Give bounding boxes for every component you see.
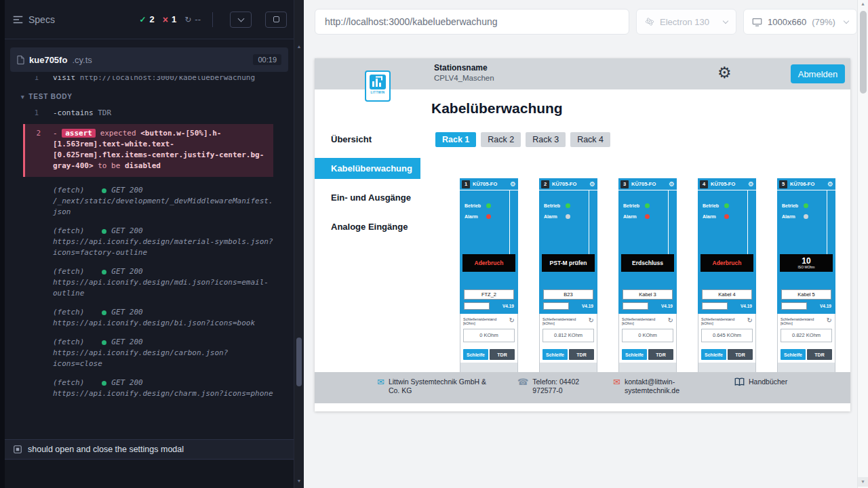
betrieb-label: Betrieb [465,203,486,208]
runner-scrollbar-thumb[interactable] [296,338,302,386]
fetch-url: https://api.iconify.design/carbon.json?i… [53,348,273,369]
device-card-2: 2 KÜ705-FO ⚙ Betrieb Alarm PST-M prüfen [539,178,597,372]
collapsed-sidebar-strip[interactable] [0,0,5,488]
scroll-down-icon[interactable]: ▼ [858,477,868,487]
card-footer-area [698,363,755,372]
fetch-log-entry[interactable]: (fetch)GET 200 https://api.iconify.desig… [5,337,283,369]
failed-assert-command[interactable]: 2 - assert expected <button.w-[50%].h-[1… [23,124,273,177]
test-body-section-toggle[interactable]: ▾ TEST BODY [21,92,283,102]
visit-command[interactable]: 1 visit http://localhost:3000/kabelueber… [5,76,283,83]
page-scrollbar: ▲ ▼ [857,0,868,488]
contains-command[interactable]: 1 -contains TDR [5,108,283,119]
nav-item-uebersicht[interactable]: Übersicht [315,129,420,150]
page-scrollbar-thumb[interactable] [860,11,867,94]
indicator-box [543,302,569,310]
schleife-button[interactable]: Schleife [542,349,568,360]
device-card-4: 4 KÜ705-FO ⚙ Betrieb Alarm Aderbruch [698,178,756,372]
success-dot-icon [102,381,106,386]
collapse-log-button[interactable] [230,12,252,28]
stop-run-button[interactable] [265,12,287,28]
logout-button[interactable]: Abmelden [791,64,845,83]
runner-stats: ✓ 2 × 1 ↻ -- [140,12,287,28]
tdr-button[interactable]: TDR [807,349,832,360]
scroll-up-icon[interactable]: ▲ [294,42,304,52]
gear-icon[interactable]: ⚙ [589,181,595,188]
next-test-row[interactable]: should open and close the settings modal [5,439,294,460]
device-cards: 1 KÜ705-FO ⚙ Betrieb Alarm Aderbruch [460,178,850,372]
betrieb-led [566,203,570,208]
gear-icon[interactable]: ⚙ [669,181,675,188]
footer-phone[interactable]: ☎ Telefon: 04402 972577-0 [517,378,600,395]
tdr-button[interactable]: TDR [728,349,753,360]
gear-icon[interactable]: ⚙ [827,181,833,188]
settings-gear-icon[interactable]: ⚙ [717,63,732,83]
refresh-icon[interactable]: ↻ [509,317,515,324]
line-number: 1 [28,108,39,119]
url-input[interactable] [315,9,629,35]
alarm-led [724,214,729,219]
pending-stat[interactable]: ↻ -- [184,14,201,24]
panel-empty-area [5,460,294,488]
resistance-value: 0.812 KOhm [542,329,594,342]
scroll-down-icon[interactable]: ▼ [294,476,304,486]
alarm-led [804,214,808,219]
nav-item-ein-und-ausgaenge[interactable]: Ein- und Ausgänge [315,187,420,208]
refresh-icon[interactable]: ↻ [668,317,673,324]
gear-icon[interactable]: ⚙ [510,181,516,188]
command-log: 1 visit http://localhost:3000/kabelueber… [5,76,283,439]
tdr-button[interactable]: TDR [490,349,515,360]
viewport-select[interactable]: 1000x660 (79%) [743,9,857,35]
station-info: Stationsname CPLV4_Maschen [434,63,494,82]
spec-file-row[interactable]: kue705fo .cy.ts 00:19 [10,47,288,72]
schleife-button[interactable]: Schleife [463,349,488,360]
alarm-led [486,214,491,219]
schleife-button[interactable]: Schleife [701,349,726,360]
resistance-label: Schleifenwiderstand [kOhm] [463,317,505,325]
device-number: 2 [541,180,549,188]
failed-stat[interactable]: × 1 [163,14,176,25]
footer-manuals[interactable]: Handbücher [734,378,823,386]
alarm-led [566,214,570,219]
tab-rack-2[interactable]: Rack 2 [481,132,521,147]
schleife-button[interactable]: Schleife [781,349,806,360]
cable-name: FTZ_2 [464,289,514,300]
indicator-box [781,302,807,310]
nav-item-analoge-eingaenge[interactable]: Analoge Eingänge [315,216,420,237]
betrieb-label: Betrieb [703,203,724,208]
browser-select[interactable]: Electron 130 [636,9,736,35]
device-card-5: 5 KÜ706-FO ⚙ Betrieb Alarm 10 ISO MOhm [777,178,835,372]
fetch-log-entry[interactable]: (fetch)GET 200 https://api.iconify.desig… [5,226,283,258]
cross-icon: × [163,14,168,25]
browser-name: Electron 130 [660,17,709,27]
littwin-logo-icon [370,75,386,89]
betrieb-led [486,203,491,208]
alarm-label: Alarm [465,214,486,219]
refresh-icon[interactable]: ↻ [827,317,832,324]
tdr-button[interactable]: TDR [648,349,673,360]
divider [509,190,510,254]
gear-icon[interactable]: ⚙ [748,181,754,188]
footer-email[interactable]: ✉ kontakt@littwin-systemtechnik.de [613,378,689,395]
nav-item-kabelueberwachung[interactable]: Kabelüberwachung [315,158,420,179]
schleife-button[interactable]: Schleife [622,349,647,360]
refresh-icon[interactable]: ↻ [589,317,594,324]
tab-rack-4[interactable]: Rack 4 [570,132,610,147]
tab-rack-3[interactable]: Rack 3 [526,132,566,147]
pending-count: -- [195,14,201,24]
alarm-label: Alarm [623,214,645,219]
viewport-icon [752,18,762,26]
status-display: Erdschluss [621,254,674,272]
scroll-up-icon[interactable]: ▲ [858,1,868,6]
refresh-icon[interactable]: ↻ [747,317,753,324]
assert-expected-state: disabled [125,161,161,170]
alarm-label: Alarm [703,214,724,219]
fetch-log-entry[interactable]: (fetch)GET 200 /_next/static/development… [5,185,283,218]
fetch-log-entry[interactable]: (fetch)GET 200 https://api.iconify.desig… [5,378,283,399]
specs-link[interactable]: Specs [13,14,55,25]
tab-rack-1[interactable]: Rack 1 [435,132,476,147]
tdr-button[interactable]: TDR [569,349,594,360]
fetch-log-entry[interactable]: (fetch)GET 200 https://api.iconify.desig… [5,266,283,299]
passed-stat[interactable]: ✓ 2 [140,14,155,24]
card-footer-area [778,363,835,372]
fetch-log-entry[interactable]: (fetch)GET 200 https://api.iconify.desig… [5,307,283,329]
